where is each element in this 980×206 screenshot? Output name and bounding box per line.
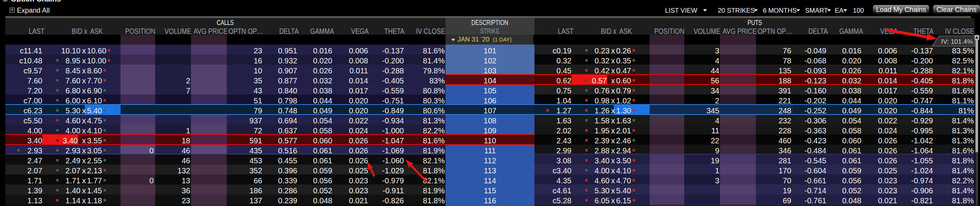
svg-text:IV: 101.4%: IV: 101.4% (941, 38, 973, 45)
